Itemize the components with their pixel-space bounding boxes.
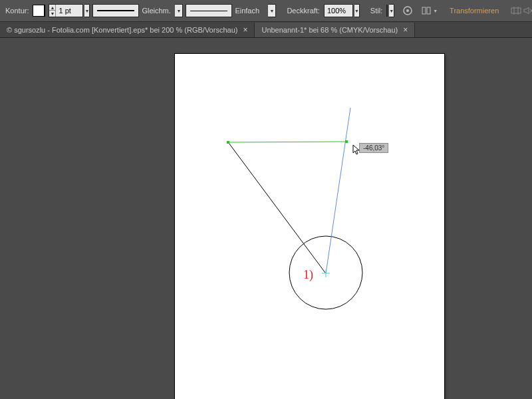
align-icon[interactable]: [421, 3, 432, 19]
align-dropdown[interactable]: ▼: [433, 4, 438, 17]
isolate-icon[interactable]: [511, 3, 521, 19]
green-guide-line: [228, 142, 346, 142]
stroke-weight-field[interactable]: [56, 5, 82, 17]
style-swatch[interactable]: [386, 5, 388, 17]
brush-label: Einfach: [235, 7, 268, 15]
svg-point-1: [406, 9, 409, 12]
svg-rect-2: [422, 7, 426, 14]
close-icon[interactable]: ×: [403, 25, 408, 35]
tab-label: © sgursozlu - Fotolia.com [Konvertiert].…: [7, 26, 237, 34]
canvas-area[interactable]: 1) -46,03°: [0, 38, 532, 399]
drawing-overlay: [175, 54, 444, 399]
stroke-profile-dropdown[interactable]: [92, 4, 139, 17]
brush-dropdown[interactable]: [186, 4, 232, 17]
svg-rect-4: [511, 8, 521, 13]
document-tabs: © sgursozlu - Fotolia.com [Konvertiert].…: [0, 22, 532, 38]
anchor-point[interactable]: [227, 141, 229, 144]
speaker-off-icon[interactable]: [523, 3, 532, 19]
blue-preview-line: [326, 108, 350, 273]
opacity-field[interactable]: [325, 5, 352, 17]
cursor-icon: [352, 144, 362, 155]
svg-rect-3: [427, 7, 430, 14]
recolor-artwork-icon[interactable]: [402, 3, 413, 19]
angle-readout: -46,03°: [359, 143, 388, 153]
opacity-dropdown[interactable]: ▼: [354, 4, 360, 17]
stepper-up-icon[interactable]: ▲: [49, 5, 55, 11]
black-path[interactable]: [229, 143, 325, 273]
tab-document-1[interactable]: © sgursozlu - Fotolia.com [Konvertiert].…: [0, 23, 255, 37]
close-icon[interactable]: ×: [243, 25, 247, 35]
stroke-swatch[interactable]: [33, 5, 45, 17]
opacity-input[interactable]: [324, 4, 353, 17]
step-number-label: 1): [303, 268, 313, 282]
stepper-down-icon[interactable]: ▼: [49, 11, 55, 17]
style-dropdown[interactable]: ▼: [389, 4, 394, 17]
options-toolbar: Kontur: ▲▼ ▼ Gleichm. ▼ Einfach ▼ Deckkr…: [0, 0, 532, 22]
style-label: Stil:: [368, 7, 385, 15]
transform-link[interactable]: Transformieren: [446, 7, 503, 15]
smart-guide-cross: [322, 269, 330, 277]
tab-document-2[interactable]: Unbenannt-1* bei 68 % (CMYK/Vorschau) ×: [255, 23, 415, 37]
brush-caret[interactable]: ▼: [268, 4, 276, 17]
stroke-profile-label: Gleichm.: [142, 7, 175, 15]
stroke-weight-dropdown[interactable]: ▼: [84, 4, 90, 17]
tab-label: Unbenannt-1* bei 68 % (CMYK/Vorschau): [261, 26, 398, 34]
stroke-label: Kontur:: [3, 7, 31, 15]
stroke-profile-caret[interactable]: ▼: [175, 4, 183, 17]
opacity-label: Deckkraft:: [284, 7, 323, 15]
stroke-weight-input[interactable]: ▲▼: [49, 4, 83, 17]
